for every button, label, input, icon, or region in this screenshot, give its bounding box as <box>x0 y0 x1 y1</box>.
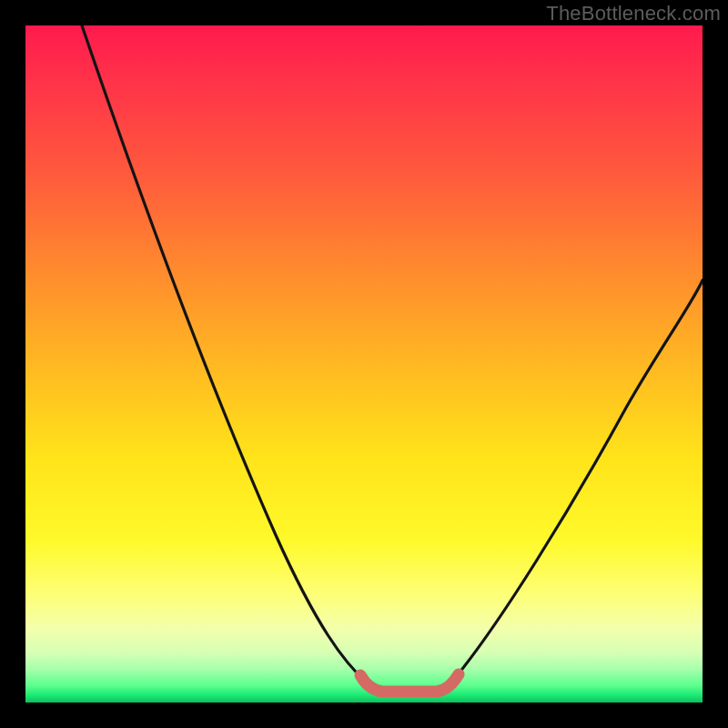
curve-overlay <box>25 25 703 703</box>
left-curve <box>82 25 367 682</box>
right-curve <box>451 280 703 682</box>
chart-frame: TheBottleneck.com <box>0 0 728 728</box>
watermark-text: TheBottleneck.com <box>546 2 721 25</box>
valley-highlight <box>360 674 459 692</box>
plot-area <box>25 25 703 703</box>
